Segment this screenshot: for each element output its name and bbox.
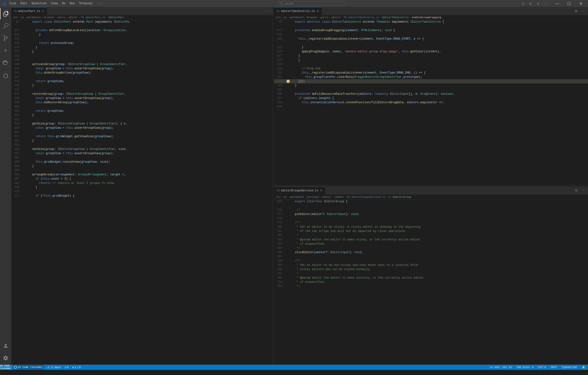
- right-lower-pane: TS editorGroupsService.ts × ⧉ ··· src: [274, 186, 588, 365]
- table-row: 781 * of the tab stripe and will not be …: [274, 229, 588, 233]
- right-top-tab-bar: TS editorTabsControl.ts × ⧉ ···: [274, 7, 588, 15]
- editor-split: TS editorPart.ts × ··· src › vs › wor: [11, 7, 588, 365]
- table-row: 341 const groupView = this.assertGroupVi…: [11, 66, 273, 71]
- activity-item-remote[interactable]: [0, 70, 11, 82]
- status-language[interactable]: TypeScript: [561, 365, 578, 370]
- table-row: 326 protected doFillResourceDataTransfer…: [274, 92, 588, 96]
- status-encoding[interactable]: UTF-8: [537, 365, 547, 370]
- menu-more[interactable]: ···: [95, 1, 104, 6]
- table-row: 790 * sticky editors and can be closed n…: [274, 267, 588, 271]
- tab-filename: editorPart.ts: [18, 10, 40, 13]
- menu-go[interactable]: Go: [60, 1, 67, 6]
- table-row: 368 return; // require at least 2 groups…: [11, 181, 273, 185]
- customize-layout-btn[interactable]: ⋮⋮: [542, 0, 549, 7]
- ts-icon-bottom: TS: [276, 189, 279, 192]
- table-row: 371 if (!this.gridWidget) {: [11, 194, 273, 198]
- search-input[interactable]: [279, 1, 345, 6]
- ts-icon: TS: [14, 10, 17, 13]
- bc-editor: editor: [331, 16, 341, 19]
- tab-close-icon[interactable]: ×: [42, 10, 44, 13]
- activity-item-source-control[interactable]: [0, 32, 11, 44]
- toggle-panel-btn[interactable]: ⊞: [527, 0, 534, 7]
- activity-item-explorer[interactable]: [0, 8, 11, 19]
- menu-terminal[interactable]: Terminal: [77, 1, 94, 6]
- left-breadcrumb: src › vs › workbench › browser › parts ›…: [11, 15, 273, 20]
- minimize-button[interactable]: —: [552, 0, 563, 7]
- table-row: 787: [274, 255, 588, 259]
- table-row: 333 }: [11, 32, 273, 37]
- bc-file: TS editorPart.ts: [81, 16, 106, 19]
- menu-edit[interactable]: Edit: [19, 1, 29, 6]
- bc-class-rb: ⬡ IEditorGroup: [388, 195, 411, 198]
- toggle-primary-sidebar-btn[interactable]: ⊟: [520, 0, 526, 7]
- table-row: 785 */: [274, 246, 588, 250]
- status-remote-label: VS Code (vscode): [18, 366, 43, 369]
- status-notifications[interactable]: 🔔: [581, 365, 586, 370]
- right-bottom-more-actions[interactable]: ···: [580, 187, 587, 194]
- right-bottom-code-container[interactable]: 508 export interface IEditorGroup {: [274, 199, 588, 365]
- table-row: 321 this._register(addDisposableListener…: [274, 71, 588, 75]
- close-button[interactable]: ✕: [575, 0, 586, 7]
- bc-workbench: workbench: [290, 16, 304, 19]
- status-sync[interactable]: ↺ 0: [64, 365, 70, 370]
- left-code-container[interactable]: 82 export class EditorPart extends Part …: [11, 20, 273, 365]
- right-editor-pane: TS editorTabsControl.ts × ⧉ ··· src: [274, 7, 588, 365]
- status-remote[interactable]: VS Code (vscode): [13, 365, 43, 370]
- sync-label: 0: [67, 366, 69, 369]
- bc-file-rt: TS editorTabsControl.ts: [344, 16, 379, 19]
- table-row: 782 *: [274, 233, 588, 238]
- status-errors[interactable]: ⊗ 1 ⚠ 0: [71, 365, 82, 370]
- bc-vs: vs: [284, 16, 287, 19]
- right-top-tab-close[interactable]: ×: [316, 10, 319, 13]
- status-right: Ln 323, Col 13 Tab Size: 4 UTF-8 CRLF Ty…: [489, 365, 586, 370]
- vscode-icon: [2, 2, 6, 5]
- bc-parts: parts: [58, 16, 65, 19]
- error-count: 1: [75, 366, 76, 369]
- status-branch[interactable]: ⎇ ⎇ main: [45, 365, 62, 370]
- right-top-split-editor[interactable]: ⧉: [573, 8, 579, 14]
- table-row: 784 * if unspecified.: [274, 242, 588, 246]
- breakpoint-icon: [286, 80, 290, 83]
- activity-item-run[interactable]: [0, 45, 11, 56]
- table-row: [274, 24, 588, 28]
- table-row: [274, 204, 588, 208]
- activity-item-settings[interactable]: [0, 352, 11, 364]
- error-icon: ⊗: [72, 366, 74, 369]
- cursor-position: Ln 323, Col 13: [490, 366, 512, 369]
- bc-class: EditorPart: [109, 16, 124, 19]
- bc-browser: browser: [44, 16, 55, 19]
- right-bottom-breadcrumb: src › vs › workbench › services › editor…: [274, 195, 588, 199]
- status-line-ending[interactable]: CRLF: [550, 365, 558, 370]
- menu-run[interactable]: Run: [68, 1, 77, 6]
- toggle-secondary-sidebar-btn[interactable]: ⊟: [535, 0, 541, 7]
- table-row: 338: [11, 54, 273, 58]
- activity-item-search[interactable]: [0, 20, 11, 32]
- status-cursor[interactable]: Ln 323, Col 13: [489, 365, 513, 370]
- activity-item-remote-indicator[interactable]: VS Code (vscode): [0, 365, 13, 370]
- activity-item-extensions[interactable]: [0, 57, 11, 68]
- warning-count: 0: [79, 366, 81, 369]
- menu-file[interactable]: File: [8, 1, 18, 6]
- right-bottom-split-editor[interactable]: ⧉: [573, 187, 579, 194]
- left-tab-editorPart[interactable]: TS editorPart.ts ×: [11, 7, 47, 15]
- right-top-code-container[interactable]: 93 export abstract class EditorTabsContr…: [274, 20, 588, 185]
- table-row: 353: [11, 117, 273, 122]
- table-row: 788 /**: [274, 259, 588, 263]
- right-top-more-actions[interactable]: ···: [580, 8, 587, 14]
- table-row: 319: [274, 62, 588, 66]
- right-bottom-tab-editorGroupsService[interactable]: TS editorGroupsService.ts ×: [274, 186, 325, 195]
- menu-selection[interactable]: Selection: [30, 1, 49, 6]
- status-tab-size[interactable]: Tab Size: 4: [515, 365, 535, 370]
- maximize-button[interactable]: ☐: [564, 0, 574, 7]
- bc-common: common: [334, 196, 344, 198]
- encoding-label: UTF-8: [538, 366, 546, 369]
- activity-item-accounts[interactable]: [0, 340, 11, 352]
- branch-label: ⎇ main: [50, 366, 61, 369]
- bc-src: src: [13, 16, 18, 19]
- table-row: 794 */: [274, 284, 588, 289]
- right-bottom-tab-close[interactable]: ×: [320, 189, 323, 193]
- right-top-tab-editorTabsControl[interactable]: TS editorTabsControl.ts ×: [274, 7, 322, 15]
- menu-view[interactable]: View: [49, 1, 60, 6]
- table-row: 779 /**: [274, 221, 588, 225]
- tab-more-actions[interactable]: ···: [265, 8, 272, 14]
